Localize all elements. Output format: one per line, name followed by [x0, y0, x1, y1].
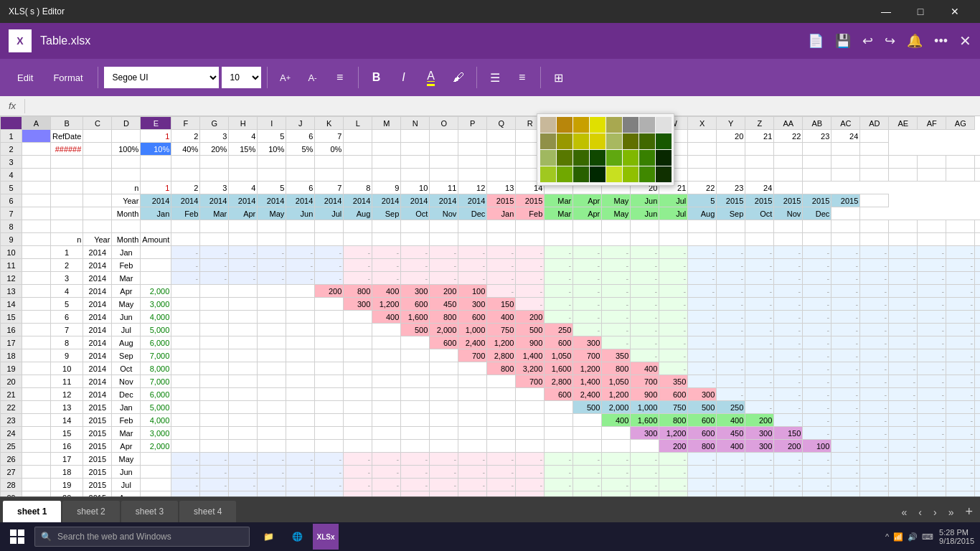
- taskbar-browser[interactable]: 🌐: [284, 524, 310, 550]
- cell[interactable]: -: [171, 491, 200, 497]
- cell[interactable]: [171, 336, 200, 349]
- cell[interactable]: -: [372, 453, 401, 466]
- cell[interactable]: -: [344, 466, 372, 479]
- cell[interactable]: -: [745, 375, 774, 388]
- cell[interactable]: [258, 427, 286, 440]
- cell[interactable]: [401, 414, 430, 427]
- cell[interactable]: -: [717, 466, 745, 479]
- cell[interactable]: -: [573, 272, 602, 285]
- cell[interactable]: 2015: [83, 414, 112, 427]
- cell[interactable]: [258, 156, 286, 169]
- cell[interactable]: -: [889, 466, 918, 479]
- cell[interactable]: 1,600: [545, 362, 573, 375]
- cell[interactable]: 2015: [83, 466, 112, 479]
- cell[interactable]: [141, 466, 171, 479]
- cell[interactable]: Jul: [112, 324, 141, 336]
- cell[interactable]: [22, 414, 51, 427]
- cell[interactable]: [286, 156, 315, 169]
- cell[interactable]: [171, 233, 200, 246]
- cell[interactable]: [200, 388, 229, 401]
- cell[interactable]: -: [315, 453, 344, 466]
- cell[interactable]: 100%: [112, 143, 141, 156]
- cell[interactable]: 13: [51, 401, 83, 414]
- cell[interactable]: -: [344, 453, 372, 466]
- cell[interactable]: Apr: [112, 440, 141, 453]
- cell[interactable]: [344, 375, 372, 388]
- color-cell[interactable]: [606, 117, 622, 133]
- cell[interactable]: -: [745, 466, 774, 479]
- cell[interactable]: Sep: [112, 349, 141, 362]
- cell[interactable]: [22, 220, 51, 233]
- cell[interactable]: [51, 169, 83, 182]
- cell[interactable]: [22, 401, 51, 414]
- cell[interactable]: [141, 156, 171, 169]
- cell[interactable]: -: [602, 466, 631, 479]
- cell[interactable]: -: [200, 246, 229, 259]
- cell[interactable]: [745, 220, 774, 233]
- cell[interactable]: 2014: [344, 194, 372, 207]
- cell[interactable]: Jun: [286, 207, 315, 220]
- cell[interactable]: -: [745, 388, 774, 401]
- cell[interactable]: -: [918, 491, 946, 497]
- cell[interactable]: -: [803, 311, 831, 324]
- cell[interactable]: -: [315, 259, 344, 272]
- cell[interactable]: [171, 440, 200, 453]
- cell[interactable]: 200: [315, 285, 344, 298]
- cell[interactable]: [372, 130, 401, 143]
- color-cell[interactable]: [639, 150, 655, 166]
- cell[interactable]: 400: [631, 362, 659, 375]
- cell[interactable]: 4: [229, 130, 258, 143]
- cell[interactable]: [200, 362, 229, 375]
- cell[interactable]: -: [803, 324, 831, 336]
- cell[interactable]: 7: [51, 324, 83, 336]
- color-cell[interactable]: [623, 117, 639, 133]
- cell[interactable]: [315, 349, 344, 362]
- cell[interactable]: [631, 440, 659, 453]
- cell[interactable]: [286, 220, 315, 233]
- cell[interactable]: [286, 375, 315, 388]
- cell[interactable]: -: [889, 298, 918, 311]
- cell[interactable]: Mar: [112, 427, 141, 440]
- cell[interactable]: -: [286, 466, 315, 479]
- cell[interactable]: -: [860, 272, 889, 285]
- cell[interactable]: [946, 156, 975, 169]
- cell[interactable]: -: [602, 491, 631, 497]
- cell[interactable]: 2: [171, 130, 200, 143]
- cell[interactable]: -: [860, 401, 889, 414]
- cell[interactable]: [171, 362, 200, 375]
- cell[interactable]: -: [516, 466, 545, 479]
- cell[interactable]: -: [344, 491, 372, 497]
- cell[interactable]: 2014: [315, 194, 344, 207]
- cell[interactable]: [860, 233, 889, 246]
- cell[interactable]: [141, 220, 171, 233]
- cell[interactable]: 800: [602, 362, 631, 375]
- cell[interactable]: -: [975, 491, 980, 497]
- cell[interactable]: -: [659, 259, 688, 272]
- cell[interactable]: [745, 143, 774, 156]
- cell[interactable]: -: [315, 272, 344, 285]
- col-header-o[interactable]: O: [430, 117, 458, 130]
- cell[interactable]: 11: [430, 182, 458, 194]
- cell[interactable]: Sep: [372, 207, 401, 220]
- cell[interactable]: 600: [688, 414, 717, 427]
- cell[interactable]: [258, 233, 286, 246]
- cell[interactable]: -: [774, 362, 803, 375]
- cell[interactable]: [745, 169, 774, 182]
- cell[interactable]: [372, 324, 401, 336]
- cell[interactable]: 2015: [83, 440, 112, 453]
- cell[interactable]: -: [860, 259, 889, 272]
- cell[interactable]: 500: [516, 324, 545, 336]
- cell[interactable]: 600: [458, 311, 487, 324]
- cell[interactable]: 450: [430, 298, 458, 311]
- cell[interactable]: -: [372, 491, 401, 497]
- cell[interactable]: [141, 272, 171, 285]
- cell[interactable]: 700: [573, 349, 602, 362]
- cell[interactable]: -: [975, 324, 980, 336]
- cell[interactable]: -: [602, 336, 631, 349]
- cell[interactable]: [430, 427, 458, 440]
- cell[interactable]: 300: [344, 298, 372, 311]
- bold-button[interactable]: B: [364, 65, 389, 90]
- cell[interactable]: -: [803, 453, 831, 466]
- cell[interactable]: [745, 233, 774, 246]
- wrap-text-button[interactable]: ≡: [328, 65, 352, 90]
